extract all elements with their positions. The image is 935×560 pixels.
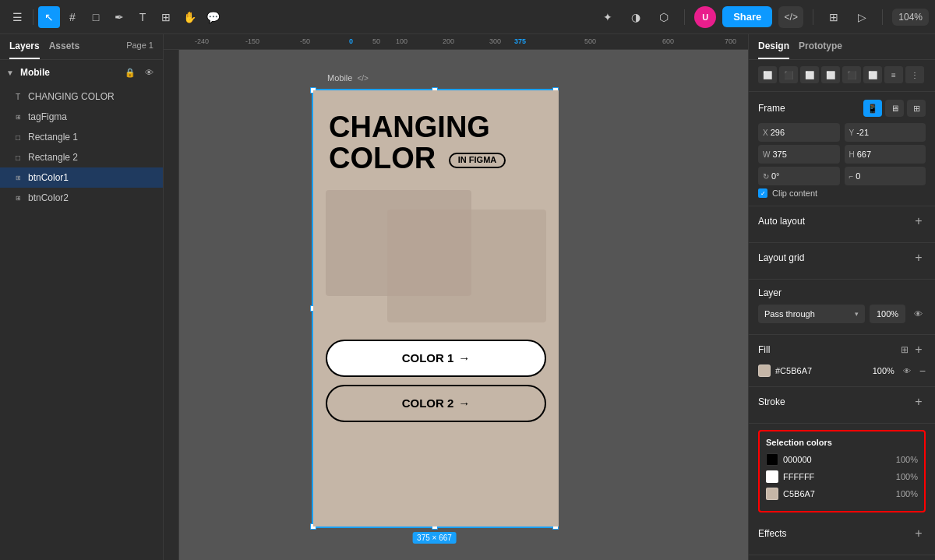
- mobile-title-area: CHANGING COLOR IN FIGMA: [313, 90, 559, 174]
- sel-color-row-1: FFFFFF 100%: [766, 470, 918, 483]
- clip-checkbox[interactable]: ✓: [758, 188, 767, 198]
- sel-color-swatch-tan[interactable]: [766, 488, 778, 500]
- align-center-h-btn[interactable]: ⬛: [779, 66, 798, 83]
- hand-tool-button[interactable]: ✋: [178, 6, 200, 28]
- clip-content-row: ✓ Clip content: [758, 188, 926, 198]
- ruler-num: 600: [662, 37, 674, 45]
- sel-color-swatch-white[interactable]: [766, 470, 778, 483]
- layer-visibility-btn[interactable]: 👁: [910, 306, 926, 322]
- x-field[interactable]: X 296: [758, 123, 840, 142]
- component-tool-button[interactable]: ⊞: [155, 6, 177, 28]
- zoom-control[interactable]: 104%: [892, 9, 929, 26]
- rect-container: [326, 190, 546, 322]
- rotation-row: ↻ 0° ⌐ 0: [758, 167, 926, 185]
- avatar[interactable]: U: [694, 6, 716, 28]
- layout-grid-add-btn[interactable]: +: [912, 251, 926, 265]
- sel-color-swatch-black[interactable]: [766, 453, 778, 466]
- fill-row: #C5B6A7 100% 👁 −: [758, 363, 926, 379]
- frame-type-row: Frame 📱 🖥 ⊞: [758, 100, 926, 117]
- right-panel: Design Prototype ⬜ ⬛ ⬜ ⬜ ⬛ ⬜ ≡ ⋮ Frame 📱: [748, 34, 935, 560]
- btn-color1[interactable]: COLOR 1 →: [326, 340, 546, 377]
- layer-item-changing-color[interactable]: T CHANGING COLOR: [0, 86, 163, 107]
- fill-color-swatch[interactable]: [758, 365, 771, 377]
- effects-section: Effects +: [749, 519, 935, 555]
- play-button[interactable]: ▷: [851, 6, 873, 28]
- constraints-button[interactable]: ✦: [597, 6, 619, 28]
- sel-color-opacity-1: 100%: [896, 472, 918, 481]
- text-tool-button[interactable]: T: [132, 6, 153, 28]
- align-bottom-btn[interactable]: ⬜: [863, 66, 882, 83]
- h-field[interactable]: H 667: [845, 145, 926, 164]
- share-button[interactable]: Share: [722, 6, 772, 27]
- tab-design[interactable]: Design: [758, 41, 789, 59]
- auto-layout-title: Auto layout: [758, 216, 912, 227]
- layer-item-tagfigma[interactable]: ⊞ tagFigma: [0, 107, 163, 127]
- tab-assets[interactable]: Assets: [49, 41, 79, 59]
- ruler-num: 700: [725, 37, 736, 45]
- frame-type-icons: 📱 🖥 ⊞: [863, 100, 926, 117]
- align-center-v-btn[interactable]: ⬛: [842, 66, 861, 83]
- tab-layers[interactable]: Layers: [9, 41, 40, 59]
- expand-icon[interactable]: ▼: [6, 69, 14, 77]
- lock-icon-btn[interactable]: 🔒: [122, 65, 138, 80]
- ruler-num: 300: [489, 37, 501, 45]
- theme-button[interactable]: ◑: [625, 6, 647, 28]
- fill-visibility-btn[interactable]: 👁: [899, 363, 915, 379]
- layer-item-btncolor1[interactable]: ⊞ btnColor1: [0, 167, 163, 188]
- align-right-btn[interactable]: ⬜: [800, 66, 819, 83]
- comment-tool-button[interactable]: 💬: [202, 6, 224, 28]
- y-field[interactable]: Y -21: [845, 123, 926, 142]
- x-value: 296: [771, 128, 785, 137]
- corner-label: ⌐: [849, 172, 854, 181]
- menu-button[interactable]: ☰: [6, 6, 28, 28]
- layer-item-rect2[interactable]: □ Rectangle 2: [0, 147, 163, 167]
- frame-desktop-btn[interactable]: 🖥: [885, 100, 904, 117]
- select-tool-button[interactable]: ↖: [38, 6, 60, 28]
- title-line1: CHANGING: [329, 111, 490, 143]
- ruler-num-zero: 0: [349, 37, 353, 45]
- selection-colors-title: Selection colors: [766, 438, 918, 447]
- corner-field[interactable]: ⌐ 0: [845, 167, 926, 185]
- plugins-button[interactable]: ⬡: [653, 6, 675, 28]
- code-button[interactable]: </>: [778, 6, 803, 28]
- align-top-btn[interactable]: ⬜: [821, 66, 840, 83]
- tab-prototype[interactable]: Prototype: [799, 41, 842, 59]
- shape-tool-button[interactable]: □: [85, 6, 107, 28]
- stroke-add-btn[interactable]: +: [912, 395, 926, 409]
- canvas-content[interactable]: Mobile </>: [179, 50, 748, 560]
- btn-color2[interactable]: COLOR 2 →: [326, 385, 546, 422]
- auto-layout-add-btn[interactable]: +: [912, 214, 926, 228]
- y-label: Y: [849, 129, 855, 137]
- w-field[interactable]: W 375: [758, 145, 840, 164]
- effects-add-btn[interactable]: +: [912, 527, 926, 541]
- frame-tool-button[interactable]: #: [62, 6, 83, 28]
- sel-color-opacity-2: 100%: [896, 489, 918, 498]
- layer-item-btncolor2[interactable]: ⊞ btnColor2: [0, 188, 163, 208]
- wh-row: W 375 H 667: [758, 145, 926, 164]
- distribute-v-btn[interactable]: ⋮: [905, 66, 924, 83]
- sel-color-row-2: C5B6A7 100%: [766, 488, 918, 500]
- frame-grid-btn[interactable]: ⊞: [907, 100, 926, 117]
- frame-code-icon[interactable]: </>: [357, 74, 368, 83]
- fill-more-btn[interactable]: ⊞: [898, 343, 912, 357]
- canvas-area[interactable]: -240 -150 -50 0 50 100 200 300 375 500 6…: [164, 34, 748, 560]
- fill-add-btn[interactable]: +: [912, 343, 926, 357]
- frame-section: Frame 📱 🖥 ⊞ X 296 Y -21 W: [749, 92, 935, 206]
- layer-opacity-field[interactable]: 100%: [870, 305, 905, 323]
- page-selector[interactable]: Page 1: [126, 41, 153, 59]
- layer-section-header: Layer: [758, 287, 926, 298]
- page-view-button[interactable]: ⊞: [823, 6, 845, 28]
- fill-remove-btn[interactable]: −: [919, 365, 926, 377]
- frame-size-label: 375 × 667: [412, 532, 457, 544]
- layer-header-icons: 🔒 👁: [122, 65, 157, 80]
- visibility-icon-btn[interactable]: 👁: [141, 65, 157, 80]
- layer-mode-dropdown[interactable]: Pass through ▾: [758, 305, 865, 323]
- pen-tool-button[interactable]: ✒: [108, 6, 130, 28]
- align-left-btn[interactable]: ⬜: [758, 66, 777, 83]
- frame-phone-btn[interactable]: 📱: [863, 100, 882, 117]
- mobile-frame-outer: CHANGING COLOR IN FIGMA COLOR 1 →: [312, 89, 557, 528]
- h-value: 667: [857, 150, 871, 159]
- layer-item-rect1[interactable]: □ Rectangle 1: [0, 127, 163, 147]
- distribute-h-btn[interactable]: ≡: [884, 66, 903, 83]
- rotation-field[interactable]: ↻ 0°: [758, 167, 840, 185]
